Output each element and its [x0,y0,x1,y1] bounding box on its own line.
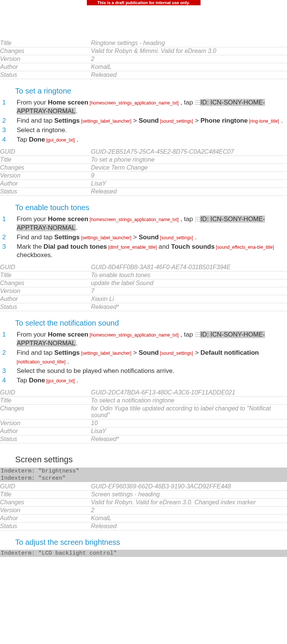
meta-table-top: TitleRingtone settings - heading Changes… [0,39,287,79]
heading-notification-sound: To select the notification sound [15,319,287,327]
steps-touch-tones: 1 From your Home screen [homescreen_stri… [0,215,287,260]
meta-table-4: GUIDGUID-EF960369-662D-46B3-9190-3ACD92F… [0,483,287,530]
draft-banner: This is a draft publication for internal… [87,0,201,5]
indexterm-screen: Indexterm: "screen" [0,475,287,482]
heading-adjust-brightness: To adjust the screen brightness [15,538,287,547]
meta-table-2: GUIDGUID-8D4FF0B8-3A81-46F0-AE74-031B501… [0,264,287,311]
heading-screen-settings: Screen settings [15,455,287,465]
heading-set-ringtone: To set a ringtone [15,87,287,95]
indexterm-brightness: Indexterm: "brightness" [0,468,287,475]
apptray-icon [195,216,200,221]
heading-touch-tones: To enable touch tones [15,203,287,212]
apptray-icon [195,100,200,105]
apptray-icon [195,332,200,337]
meta-table-3: GUIDGUID-2DC47BDA-6F13-480C-A3C6-10F11AD… [0,389,287,443]
meta-table-1: GUIDGUID-2EB51A75-25CA-45E2-8D75-C0A2C48… [0,148,287,196]
indexterm-lcd: Indexterm: "LCD backlight control" [0,550,287,557]
page-body: TitleRingtone settings - heading Changes… [0,39,287,644]
steps-notification-sound: 1 From your Home screen [homescreen_stri… [0,331,287,385]
steps-set-ringtone: 1 From your Home screen [homescreen_stri… [0,98,287,144]
